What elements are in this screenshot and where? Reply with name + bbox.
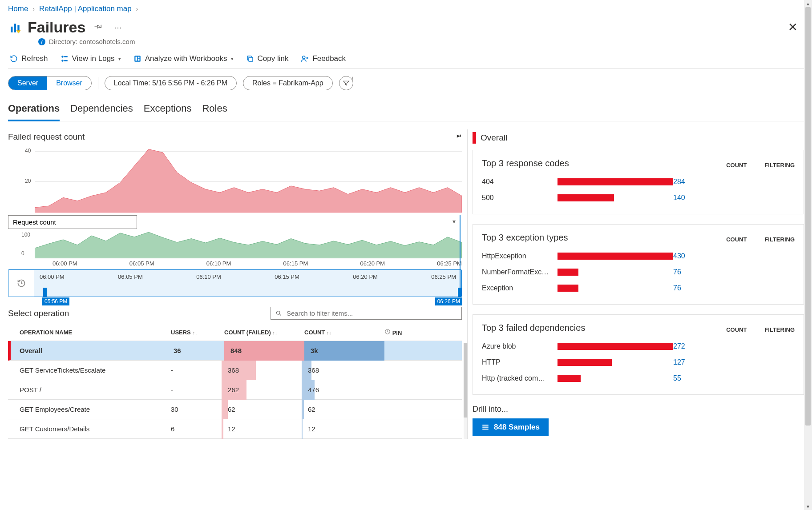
roles-chip[interactable]: Roles = Fabrikam-App	[243, 76, 333, 90]
row-count-link[interactable]: 430	[673, 252, 704, 260]
table-row[interactable]: GET Employees/Create 30 62 62	[8, 400, 462, 419]
th-count[interactable]: COUNT ↑↓	[302, 329, 382, 336]
ytick: 100	[21, 232, 30, 238]
time-brush[interactable]: 06:00 PM 06:05 PM 06:10 PM 06:15 PM 06:2…	[8, 269, 462, 297]
directory-text: Directory: contosohotels.com	[49, 38, 135, 45]
panel-title: Top 3 exception types	[482, 233, 568, 243]
time-chip[interactable]: Local Time: 5/16 5:56 PM - 6:26 PM	[105, 76, 237, 90]
cell-operation-name: POST /	[8, 386, 168, 394]
row-count-link[interactable]: 140	[673, 194, 704, 202]
row-count-link[interactable]: 76	[673, 268, 704, 276]
search-box[interactable]	[271, 307, 462, 320]
col-count: COUNT	[726, 326, 747, 333]
row-count-link[interactable]: 272	[673, 342, 704, 350]
chart-title: Failed request count	[8, 132, 85, 142]
page-title: Failures	[28, 19, 85, 36]
panel-row: 500 140	[482, 190, 795, 206]
tab-exceptions[interactable]: Exceptions	[144, 100, 192, 121]
page-scrollbar[interactable]: ▲ ▼	[804, 0, 812, 439]
table-row[interactable]: GET Customers/Details 6 12 12	[8, 419, 462, 439]
svg-rect-8	[135, 57, 137, 61]
breadcrumb: Home › RetailApp | Application map ›	[8, 0, 804, 16]
cell-count: 3k	[304, 341, 384, 361]
divider	[98, 77, 98, 89]
analyze-label: Analyze with Workbooks	[145, 54, 227, 63]
row-name: NumberFormatExc…	[482, 268, 557, 276]
breadcrumb-home[interactable]: Home	[8, 4, 28, 13]
chevron-down-icon: ▾	[231, 56, 234, 62]
panel-title: Top 3 failed dependencies	[482, 323, 585, 333]
row-count-link[interactable]: 55	[673, 374, 704, 382]
th-operation-name[interactable]: OPERATION NAME	[8, 329, 168, 336]
row-count-link[interactable]: 76	[673, 284, 704, 292]
brush-handle-right[interactable]: 06:26 PM	[458, 288, 461, 297]
brush-handle-left[interactable]: 05:56 PM	[43, 288, 47, 297]
row-bar	[557, 194, 614, 201]
request-count-chart[interactable]: 100 0	[8, 232, 462, 258]
tab-roles[interactable]: Roles	[202, 100, 227, 121]
more-icon[interactable]: ⋯	[111, 20, 125, 35]
table-row[interactable]: Overall 36 848 3k	[8, 341, 462, 361]
copy-link-button[interactable]: Copy link	[246, 54, 289, 63]
feedback-button[interactable]: Feedback	[301, 54, 346, 63]
row-name: Exception	[482, 284, 557, 292]
server-pill[interactable]: Server	[8, 76, 47, 90]
row-bar	[557, 285, 578, 292]
history-icon[interactable]	[8, 270, 34, 297]
svg-rect-1	[14, 24, 16, 32]
area-chart-green	[35, 232, 462, 258]
search-input[interactable]	[286, 309, 457, 317]
th-pin[interactable]: PIN	[382, 329, 417, 336]
pin-chart-icon[interactable]	[453, 131, 462, 142]
failed-count-chart[interactable]: 40 20	[8, 146, 462, 213]
tab-operations[interactable]: Operations	[8, 100, 60, 121]
view-logs-label: View in Logs	[72, 54, 115, 63]
pin-icon[interactable]	[92, 20, 105, 35]
row-count-link[interactable]: 127	[673, 358, 704, 366]
svg-point-13	[277, 311, 280, 315]
row-bar	[557, 375, 581, 382]
refresh-button[interactable]: Refresh	[10, 54, 48, 63]
drill-title: Drill into...	[473, 405, 804, 414]
browser-pill[interactable]: Browser	[47, 76, 91, 90]
xtick: 06:20 PM	[360, 260, 385, 267]
info-icon: i	[38, 38, 45, 45]
view-logs-button[interactable]: View in Logs ▾	[61, 54, 121, 63]
table-row[interactable]: GET ServiceTickets/Escalate - 368 368	[8, 361, 462, 380]
select-operation-title: Select operation	[8, 309, 69, 318]
drill-into: Drill into... 848 Samples	[473, 405, 804, 436]
cell-count: 368	[302, 361, 382, 380]
overall-header: Overall	[473, 129, 804, 150]
toolbar: Refresh View in Logs ▾ Analyze with Work…	[8, 51, 804, 69]
chevron-down-icon: ▾	[118, 56, 121, 62]
plus-icon: +	[351, 75, 355, 81]
metric-select[interactable]: Request count	[8, 215, 137, 229]
xtick: 06:20 PM	[353, 273, 378, 280]
analyze-button[interactable]: Analyze with Workbooks ▾	[133, 54, 234, 63]
panel-row: 404 284	[482, 174, 795, 190]
th-failed[interactable]: COUNT (FAILED) ↑↓	[222, 329, 302, 336]
cell-failed: 848	[224, 341, 304, 361]
th-users[interactable]: USERS ↑↓	[168, 329, 222, 336]
xtick: 06:05 PM	[118, 273, 143, 280]
sort-icon: ↑↓	[327, 330, 331, 335]
xtick: 06:00 PM	[53, 260, 77, 267]
summary-panel: Top 3 exception types COUNT FILTERING Ht…	[473, 224, 804, 305]
refresh-label: Refresh	[21, 54, 48, 63]
table-row[interactable]: POST / - 262 476	[8, 380, 462, 400]
directory-subtitle: i Directory: contosohotels.com	[8, 38, 804, 51]
close-icon[interactable]: ✕	[782, 17, 804, 38]
sort-icon: ↑↓	[192, 330, 197, 335]
tab-dependencies[interactable]: Dependencies	[70, 100, 133, 121]
cell-failed: 262	[222, 380, 302, 400]
metric-selector[interactable]: Request count	[8, 215, 462, 229]
cell-operation-name: GET ServiceTickets/Escalate	[8, 366, 168, 374]
add-filter-button[interactable]: +	[339, 76, 353, 90]
breadcrumb-appmap[interactable]: RetailApp | Application map	[39, 4, 132, 13]
drill-samples-button[interactable]: 848 Samples	[473, 418, 549, 436]
svg-point-3	[61, 56, 64, 58]
row-name: HttpException	[482, 252, 557, 260]
row-count-link[interactable]: 284	[673, 178, 704, 186]
sort-icon: ↑↓	[272, 330, 277, 335]
svg-point-4	[61, 60, 64, 62]
